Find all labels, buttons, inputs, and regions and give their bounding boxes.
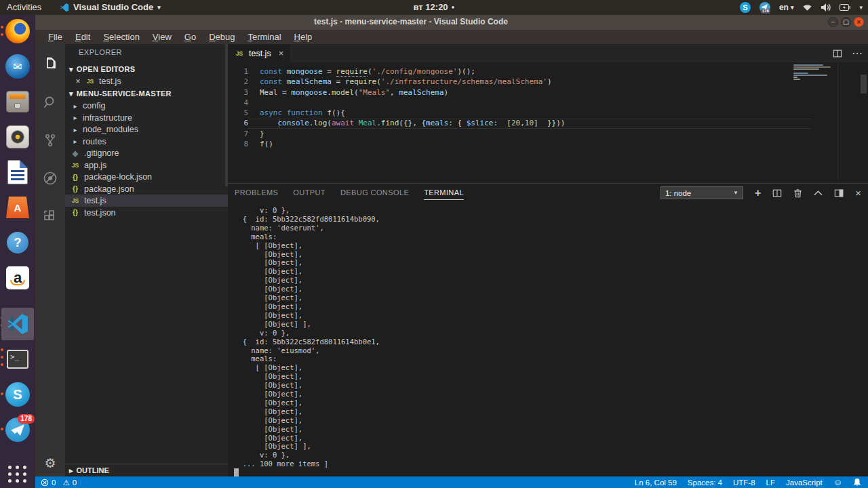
close-icon[interactable]: × <box>75 77 81 86</box>
chevron-right-icon: ▸ <box>69 466 73 475</box>
menu-help[interactable]: Help <box>288 31 319 43</box>
vscode-dock-icon[interactable] <box>1 308 34 340</box>
skype-tray-icon[interactable]: S <box>740 2 751 13</box>
code-editor[interactable]: 12345678 const mongoose = require('./con… <box>228 62 868 183</box>
libreoffice-writer-icon[interactable] <box>3 158 32 186</box>
maximize-button[interactable]: ▢ <box>841 17 851 27</box>
menu-view[interactable]: View <box>146 31 178 43</box>
extensions-activity-icon[interactable] <box>35 201 65 231</box>
language-mode-status[interactable]: JavaScript <box>786 479 823 487</box>
skype-icon[interactable]: S <box>3 380 32 409</box>
menu-file[interactable]: File <box>42 31 68 43</box>
more-actions-icon[interactable]: ⋯ <box>852 47 863 60</box>
sidebar-scrollbar[interactable] <box>225 44 228 186</box>
telegram-tray-icon[interactable]: 178 <box>760 2 770 13</box>
clock[interactable]: вт 12:20 ● <box>414 2 455 12</box>
js-file-icon: JS <box>235 50 244 57</box>
minimap[interactable] <box>793 64 835 81</box>
terminal-instance-select[interactable]: 1: node ▼ <box>660 186 743 199</box>
toggle-panel-icon[interactable] <box>834 188 844 198</box>
menu-go[interactable]: Go <box>178 31 202 43</box>
split-terminal-icon[interactable] <box>772 188 782 198</box>
tree-item-node-modules[interactable]: ▸node_modules <box>65 123 228 136</box>
json-file-icon: {} <box>71 185 80 192</box>
show-applications-icon[interactable] <box>3 460 32 488</box>
open-editor-item-testjs[interactable]: × JS test.js <box>65 75 228 87</box>
sidebar-title: EXPLORER <box>79 48 122 56</box>
help-icon[interactable]: ? <box>3 228 32 257</box>
keyboard-layout-indicator[interactable]: en ▾ <box>779 3 794 12</box>
notifications-bell-icon[interactable] <box>853 478 861 487</box>
explorer-activity-icon[interactable] <box>35 49 65 79</box>
close-panel-icon[interactable]: × <box>855 187 861 199</box>
tree-item-package-json[interactable]: {}package.json <box>65 183 228 195</box>
terminal-output[interactable]: v: 0 }, { id: 5bb322c582fd8011614bb090, … <box>234 206 862 468</box>
minimize-button[interactable]: − <box>828 17 838 27</box>
code-line: } <box>260 129 565 139</box>
encoding-status[interactable]: UTF-8 <box>733 479 755 487</box>
tree-item-gitignore[interactable]: ◈.gitignore <box>65 147 228 159</box>
cursor-position-status[interactable]: Ln 6, Col 59 <box>635 479 677 487</box>
tree-item-routes[interactable]: ▸routes <box>65 136 228 148</box>
tree-item-package-lock[interactable]: {}package-lock.json <box>65 171 228 183</box>
problems-status[interactable]: 0 ⚠ 0 <box>41 478 77 487</box>
ubuntu-software-icon[interactable]: A <box>3 193 32 222</box>
tab-problems[interactable]: PROBLEMS <box>235 188 278 200</box>
volume-icon[interactable] <box>821 3 831 12</box>
tree-item-test-json[interactable]: {}test.json <box>65 207 228 219</box>
rhythmbox-icon[interactable] <box>3 123 32 151</box>
terminal-icon[interactable]: >_ <box>3 345 32 373</box>
menu-edit[interactable]: Edit <box>69 31 96 43</box>
editor-tab-bar: JS test.js × ⋯ <box>228 44 868 62</box>
kill-terminal-icon[interactable] <box>793 188 802 198</box>
tree-item-appjs[interactable]: JSapp.js <box>65 159 228 171</box>
menu-terminal[interactable]: Terminal <box>241 31 287 43</box>
tree-item-config[interactable]: ▸config <box>65 100 228 112</box>
json-file-icon: {} <box>71 174 80 181</box>
new-terminal-icon[interactable]: + <box>755 187 761 199</box>
line-number: 8 <box>228 139 248 149</box>
firefox-icon[interactable] <box>3 17 32 45</box>
chevron-right-icon: ▸ <box>72 102 79 110</box>
eol-status[interactable]: LF <box>766 479 775 487</box>
telegram-icon[interactable]: 178 <box>3 415 32 444</box>
amazon-icon[interactable]: a <box>3 264 32 292</box>
menu-debug[interactable]: Debug <box>203 31 241 43</box>
tree-item-infrastructure[interactable]: ▸infrastructure <box>65 112 228 124</box>
thunderbird-icon[interactable]: ✉ <box>3 52 32 81</box>
tab-output[interactable]: OUTPUT <box>293 188 326 200</box>
chevron-right-icon: ▸ <box>72 126 79 134</box>
chevron-down-icon[interactable]: ▾ <box>859 4 863 11</box>
folder-root-header[interactable]: ▾ MENU-SERVICE-MASTER <box>65 87 228 100</box>
wifi-icon[interactable] <box>802 3 812 12</box>
close-icon[interactable]: × <box>279 48 284 58</box>
split-editor-icon[interactable] <box>833 49 842 58</box>
app-menu[interactable]: Visual Studio Code ▾ <box>60 2 161 12</box>
indentation-status[interactable]: Spaces: 4 <box>688 479 722 487</box>
close-button[interactable]: × <box>854 17 864 27</box>
tab-terminal[interactable]: TERMINAL <box>424 188 464 200</box>
battery-icon[interactable] <box>840 4 850 11</box>
maximize-panel-icon[interactable] <box>814 190 823 196</box>
source-control-activity-icon[interactable] <box>35 125 65 155</box>
window-title-bar: test.js - menu-service-master - Visual S… <box>35 15 868 30</box>
activities-button[interactable]: Activities <box>7 2 41 12</box>
code-line: const mongoose = require('./config/mongo… <box>260 66 565 77</box>
debug-activity-icon[interactable] <box>35 163 65 193</box>
tree-item-testjs[interactable]: JStest.js <box>65 195 228 207</box>
search-activity-icon[interactable] <box>35 87 65 117</box>
telegram-unread-badge: 178 <box>18 414 35 424</box>
line-number: 2 <box>228 77 248 87</box>
explorer-sidebar: EXPLORER ▾ OPEN EDITORS × JS test.js ▾ M… <box>65 44 228 476</box>
editor-scrollbar[interactable] <box>861 75 867 94</box>
js-file-icon: JS <box>71 162 80 169</box>
dropdown-caret-icon: ▼ <box>733 190 738 196</box>
open-editors-header[interactable]: ▾ OPEN EDITORS <box>65 63 228 75</box>
gear-icon[interactable]: ⚙ <box>35 455 65 471</box>
outline-section-header[interactable]: ▸ OUTLINE <box>65 464 228 476</box>
tab-debug-console[interactable]: DEBUG CONSOLE <box>340 188 409 200</box>
feedback-smiley-icon[interactable]: ☺ <box>833 477 842 487</box>
menu-selection[interactable]: Selection <box>97 31 145 43</box>
tab-testjs[interactable]: JS test.js × <box>228 44 290 62</box>
files-icon[interactable] <box>3 87 32 116</box>
